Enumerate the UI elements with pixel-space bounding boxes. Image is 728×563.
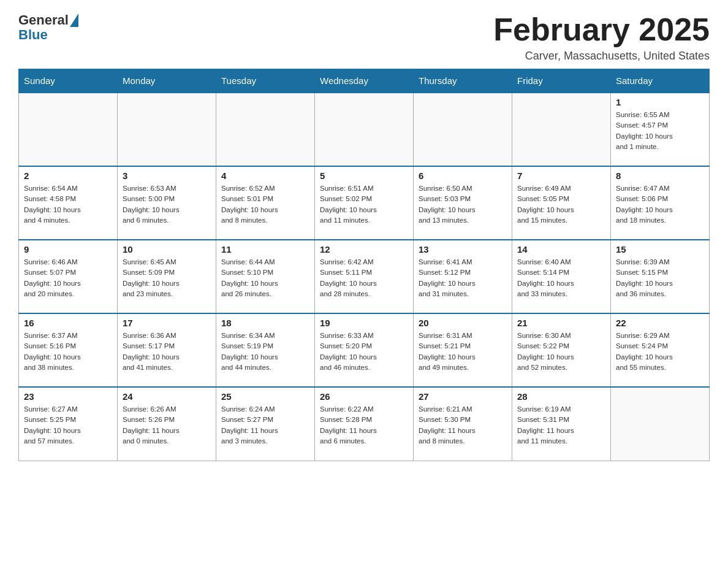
day-info: Sunrise: 6:42 AMSunset: 5:11 PMDaylight:… — [320, 257, 408, 299]
day-info: Sunrise: 6:31 AMSunset: 5:21 PMDaylight:… — [419, 331, 507, 373]
day-number: 2 — [24, 170, 112, 181]
calendar-day-cell: 16Sunrise: 6:37 AMSunset: 5:16 PMDayligh… — [19, 313, 118, 387]
calendar-day-cell — [315, 93, 414, 166]
calendar-day-cell — [414, 93, 512, 166]
day-number: 28 — [517, 391, 605, 402]
calendar-day-cell: 6Sunrise: 6:50 AMSunset: 5:03 PMDaylight… — [414, 166, 512, 240]
day-info: Sunrise: 6:27 AMSunset: 5:25 PMDaylight:… — [24, 404, 112, 446]
day-info: Sunrise: 6:53 AMSunset: 5:00 PMDaylight:… — [123, 183, 211, 226]
day-number: 18 — [221, 318, 309, 328]
location-text: Carver, Massachusetts, United States — [493, 50, 710, 63]
day-of-week-header: Sunday — [19, 69, 118, 93]
calendar-day-cell: 20Sunrise: 6:31 AMSunset: 5:21 PMDayligh… — [414, 313, 512, 387]
day-number: 26 — [320, 391, 408, 402]
day-info: Sunrise: 6:55 AMSunset: 4:57 PMDaylight:… — [616, 110, 704, 152]
calendar-day-cell — [611, 387, 710, 461]
day-info: Sunrise: 6:37 AMSunset: 5:16 PMDaylight:… — [24, 331, 112, 373]
day-info: Sunrise: 6:36 AMSunset: 5:17 PMDaylight:… — [123, 331, 211, 373]
day-number: 13 — [419, 244, 507, 255]
day-info: Sunrise: 6:49 AMSunset: 5:05 PMDaylight:… — [517, 183, 605, 226]
calendar-day-cell: 2Sunrise: 6:54 AMSunset: 4:58 PMDaylight… — [19, 166, 118, 240]
calendar-table: SundayMondayTuesdayWednesdayThursdayFrid… — [18, 69, 710, 461]
calendar-day-cell: 19Sunrise: 6:33 AMSunset: 5:20 PMDayligh… — [315, 313, 414, 387]
day-number: 23 — [24, 391, 112, 402]
calendar-week-row: 9Sunrise: 6:46 AMSunset: 5:07 PMDaylight… — [19, 240, 710, 313]
calendar-week-row: 16Sunrise: 6:37 AMSunset: 5:16 PMDayligh… — [19, 313, 710, 387]
calendar-day-cell: 24Sunrise: 6:26 AMSunset: 5:26 PMDayligh… — [118, 387, 216, 461]
day-of-week-header: Thursday — [414, 69, 512, 93]
day-info: Sunrise: 6:46 AMSunset: 5:07 PMDaylight:… — [24, 257, 112, 299]
calendar-day-cell: 10Sunrise: 6:45 AMSunset: 5:09 PMDayligh… — [118, 240, 216, 313]
day-number: 5 — [320, 170, 408, 181]
day-info: Sunrise: 6:41 AMSunset: 5:12 PMDaylight:… — [419, 257, 507, 299]
day-number: 11 — [221, 244, 309, 255]
calendar-day-cell — [512, 93, 611, 166]
day-of-week-header: Tuesday — [216, 69, 315, 93]
day-info: Sunrise: 6:24 AMSunset: 5:27 PMDaylight:… — [221, 404, 309, 446]
day-info: Sunrise: 6:34 AMSunset: 5:19 PMDaylight:… — [221, 331, 309, 373]
calendar-day-cell: 13Sunrise: 6:41 AMSunset: 5:12 PMDayligh… — [414, 240, 512, 313]
page-header: General Blue February 2025 Carver, Massa… — [18, 12, 710, 63]
calendar-day-cell: 1Sunrise: 6:55 AMSunset: 4:57 PMDaylight… — [611, 93, 710, 166]
calendar-day-cell: 21Sunrise: 6:30 AMSunset: 5:22 PMDayligh… — [512, 313, 611, 387]
day-info: Sunrise: 6:50 AMSunset: 5:03 PMDaylight:… — [419, 183, 507, 226]
title-block: February 2025 Carver, Massachusetts, Uni… — [493, 12, 710, 63]
calendar-day-cell: 8Sunrise: 6:47 AMSunset: 5:06 PMDaylight… — [611, 166, 710, 240]
day-of-week-header: Monday — [118, 69, 216, 93]
day-number: 17 — [123, 318, 211, 328]
calendar-day-cell — [216, 93, 315, 166]
day-of-week-header: Friday — [512, 69, 611, 93]
day-number: 14 — [517, 244, 605, 255]
day-number: 22 — [616, 318, 704, 328]
day-info: Sunrise: 6:22 AMSunset: 5:28 PMDaylight:… — [320, 404, 408, 446]
calendar-day-cell: 11Sunrise: 6:44 AMSunset: 5:10 PMDayligh… — [216, 240, 315, 313]
day-info: Sunrise: 6:51 AMSunset: 5:02 PMDaylight:… — [320, 183, 408, 226]
logo-triangle-icon — [70, 13, 78, 27]
calendar-day-cell: 12Sunrise: 6:42 AMSunset: 5:11 PMDayligh… — [315, 240, 414, 313]
calendar-day-cell: 18Sunrise: 6:34 AMSunset: 5:19 PMDayligh… — [216, 313, 315, 387]
calendar-day-cell: 14Sunrise: 6:40 AMSunset: 5:14 PMDayligh… — [512, 240, 611, 313]
month-title: February 2025 — [493, 12, 710, 47]
day-info: Sunrise: 6:54 AMSunset: 4:58 PMDaylight:… — [24, 183, 112, 226]
calendar-week-row: 1Sunrise: 6:55 AMSunset: 4:57 PMDaylight… — [19, 93, 710, 166]
calendar-day-cell — [118, 93, 216, 166]
day-info: Sunrise: 6:44 AMSunset: 5:10 PMDaylight:… — [221, 257, 309, 299]
day-number: 4 — [221, 170, 309, 181]
day-number: 7 — [517, 170, 605, 181]
calendar-day-cell: 5Sunrise: 6:51 AMSunset: 5:02 PMDaylight… — [315, 166, 414, 240]
day-number: 9 — [24, 244, 112, 255]
calendar-day-cell: 23Sunrise: 6:27 AMSunset: 5:25 PMDayligh… — [19, 387, 118, 461]
calendar-day-cell: 25Sunrise: 6:24 AMSunset: 5:27 PMDayligh… — [216, 387, 315, 461]
day-info: Sunrise: 6:26 AMSunset: 5:26 PMDaylight:… — [123, 404, 211, 446]
calendar-day-cell: 7Sunrise: 6:49 AMSunset: 5:05 PMDaylight… — [512, 166, 611, 240]
day-of-week-header: Wednesday — [315, 69, 414, 93]
day-number: 24 — [123, 391, 211, 402]
day-number: 16 — [24, 318, 112, 328]
day-number: 27 — [419, 391, 507, 402]
calendar-day-cell — [19, 93, 118, 166]
day-number: 3 — [123, 170, 211, 181]
day-number: 10 — [123, 244, 211, 255]
day-info: Sunrise: 6:39 AMSunset: 5:15 PMDaylight:… — [616, 257, 704, 299]
day-number: 8 — [616, 170, 704, 181]
day-info: Sunrise: 6:29 AMSunset: 5:24 PMDaylight:… — [616, 331, 704, 373]
calendar-day-cell: 22Sunrise: 6:29 AMSunset: 5:24 PMDayligh… — [611, 313, 710, 387]
calendar-week-row: 23Sunrise: 6:27 AMSunset: 5:25 PMDayligh… — [19, 387, 710, 461]
day-info: Sunrise: 6:33 AMSunset: 5:20 PMDaylight:… — [320, 331, 408, 373]
calendar-week-row: 2Sunrise: 6:54 AMSunset: 4:58 PMDaylight… — [19, 166, 710, 240]
day-number: 25 — [221, 391, 309, 402]
calendar-day-cell: 9Sunrise: 6:46 AMSunset: 5:07 PMDaylight… — [19, 240, 118, 313]
day-number: 1 — [616, 97, 704, 107]
logo-blue-text: Blue — [18, 27, 48, 43]
day-info: Sunrise: 6:47 AMSunset: 5:06 PMDaylight:… — [616, 183, 704, 226]
day-info: Sunrise: 6:45 AMSunset: 5:09 PMDaylight:… — [123, 257, 211, 299]
calendar-day-cell: 27Sunrise: 6:21 AMSunset: 5:30 PMDayligh… — [414, 387, 512, 461]
day-number: 20 — [419, 318, 507, 328]
day-info: Sunrise: 6:40 AMSunset: 5:14 PMDaylight:… — [517, 257, 605, 299]
day-number: 19 — [320, 318, 408, 328]
calendar-header-row: SundayMondayTuesdayWednesdayThursdayFrid… — [19, 69, 710, 93]
logo-general-text: General — [18, 12, 69, 28]
day-number: 12 — [320, 244, 408, 255]
day-info: Sunrise: 6:30 AMSunset: 5:22 PMDaylight:… — [517, 331, 605, 373]
logo: General Blue — [18, 12, 78, 43]
